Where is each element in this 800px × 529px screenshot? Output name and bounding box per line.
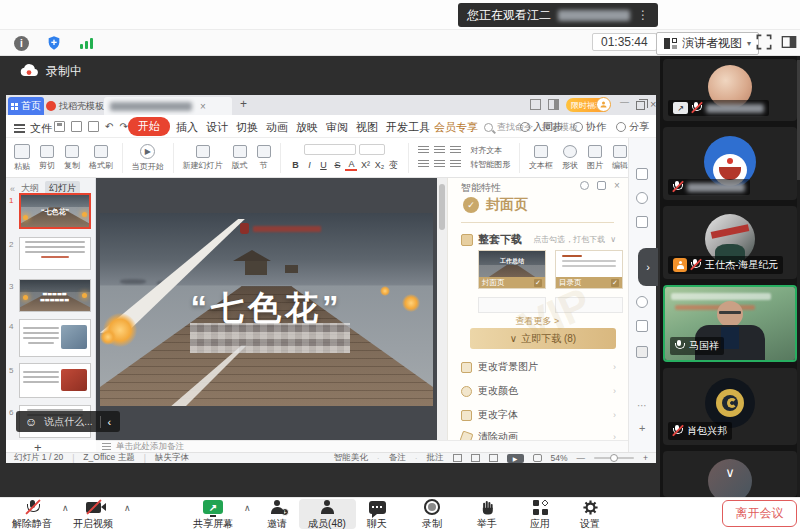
section-button[interactable]: 节	[257, 145, 271, 171]
change-font-item[interactable]: 更改字体›	[461, 406, 616, 424]
pane-close-icon[interactable]: ×	[614, 180, 620, 191]
window-close-icon[interactable]: ×	[650, 98, 656, 110]
undo-icon[interactable]: ↶	[105, 121, 113, 132]
edit-button[interactable]: 编辑	[612, 145, 628, 171]
slide-thumbnail-3[interactable]: ▃▃▃▃▃▃▃▃▃▃▃	[19, 279, 91, 312]
security-shield-icon[interactable]	[46, 35, 62, 55]
wps-document-tab[interactable]: ×	[104, 97, 232, 115]
font-size-select[interactable]	[359, 144, 385, 155]
normal-view-icon[interactable]	[453, 454, 462, 462]
indent-icon[interactable]	[450, 146, 461, 155]
zoom-level[interactable]: 54%	[551, 453, 568, 463]
save-icon[interactable]	[54, 121, 65, 132]
quick-access-toolbar[interactable]: ↶ ↷	[54, 121, 128, 132]
slideshow-play-button[interactable]: ▶	[507, 454, 524, 463]
ribbon-tab-animation[interactable]: 动画	[266, 120, 288, 135]
hint-chevron-icon[interactable]: ∨	[610, 235, 616, 244]
subscript-button[interactable]: X₂	[373, 160, 385, 170]
unmute-button[interactable]: 解除静音	[4, 499, 60, 529]
canvas-scrollbar[interactable]	[437, 178, 447, 440]
fullscreen-icon[interactable]	[756, 34, 772, 54]
slide-layout-button[interactable]: 版式	[232, 145, 248, 171]
side-tools-add-icon[interactable]: +	[639, 422, 645, 434]
ribbon-tab-start[interactable]: 开始	[128, 117, 170, 136]
collapse-panel-icon[interactable]: «	[10, 184, 15, 194]
slide-thumbnail-4[interactable]	[19, 319, 91, 357]
smart-beautify-button[interactable]: 智能美化	[334, 452, 368, 464]
leave-meeting-button[interactable]: 离开会议	[722, 500, 797, 527]
template-card-cover[interactable]: 工作总结 封面页✓	[478, 250, 546, 289]
check-icon[interactable]: ✓	[534, 279, 542, 287]
superscript-button[interactable]: X²	[359, 160, 371, 170]
cut-button[interactable]: 剪切	[39, 145, 55, 171]
textbox-button[interactable]: 文本框	[529, 145, 553, 171]
side-tool-icon[interactable]	[636, 296, 648, 308]
raise-hand-button[interactable]: 举手	[459, 499, 515, 529]
scroll-more-chevron-icon[interactable]: ∨	[725, 465, 735, 480]
align-left-icon[interactable]	[418, 160, 429, 169]
wps-docer-tab[interactable]: 找稻壳模板	[46, 97, 104, 115]
side-tool-icon[interactable]	[636, 192, 648, 204]
change-color-item[interactable]: 更改颜色›	[461, 382, 616, 400]
picture-button[interactable]: 图片	[587, 145, 603, 171]
toggle-sidebar-icon[interactable]	[781, 34, 797, 54]
font-color-button[interactable]: A	[345, 159, 357, 171]
tab-list-icon[interactable]	[530, 99, 541, 110]
window-restore-icon[interactable]	[636, 101, 645, 110]
start-video-button[interactable]: 开启视频	[65, 499, 121, 529]
reading-view-icon[interactable]	[489, 454, 498, 462]
paste-button[interactable]: 粘贴	[14, 144, 30, 172]
redo-icon[interactable]: ↷	[119, 121, 127, 132]
ribbon-tab-review[interactable]: 审阅	[326, 120, 348, 135]
members-button[interactable]: 成员(48)	[299, 499, 355, 529]
network-signal-icon[interactable]	[80, 37, 93, 49]
check-icon[interactable]: ✓	[611, 279, 619, 287]
shape-button[interactable]: 形状	[562, 145, 578, 171]
slide-thumbnail-1[interactable]: “七色花”	[19, 193, 91, 229]
note-button[interactable]: 备注	[389, 452, 406, 464]
align-text-button[interactable]: 对齐文本	[470, 145, 502, 156]
ribbon-tab-member[interactable]: 会员专享	[434, 120, 478, 135]
tab-close-icon[interactable]: ×	[200, 101, 206, 112]
zoom-out-icon[interactable]: —	[577, 453, 586, 463]
slide-thumbnail-2[interactable]	[19, 237, 91, 270]
ribbon-tab-design[interactable]: 设计	[206, 120, 228, 135]
file-menu[interactable]: 文件	[14, 121, 52, 136]
pane-pin-icon[interactable]	[597, 181, 606, 190]
participant-tile-5[interactable]: 肖包兴邦	[663, 368, 797, 445]
share-screen-button[interactable]: ↗ 共享屏幕	[185, 499, 241, 529]
align-center-icon[interactable]	[434, 160, 445, 169]
side-tool-icon[interactable]	[636, 216, 648, 228]
emoji-icon[interactable]: ☺	[25, 415, 37, 429]
wps-home-tab[interactable]: 首页	[8, 97, 44, 115]
ribbon-tab-slideshow[interactable]: 放映	[296, 120, 318, 135]
zoom-in-icon[interactable]: +	[643, 453, 648, 463]
line-spacing-icon[interactable]	[450, 160, 461, 169]
ribbon-tab-view[interactable]: 视图	[356, 120, 378, 135]
notes-bar[interactable]: 单击此处添加备注	[96, 440, 628, 452]
number-list-icon[interactable]	[434, 146, 445, 155]
pane-settings-icon[interactable]	[580, 181, 589, 190]
side-tools-more-icon[interactable]: ⋯	[637, 400, 647, 411]
participant-tile-2[interactable]	[663, 127, 797, 200]
sorter-view-icon[interactable]	[471, 454, 480, 462]
side-tool-icon[interactable]	[636, 168, 648, 180]
new-slide-button[interactable]: 新建幻灯片	[183, 145, 223, 171]
participant-tile-3[interactable]: 王仕杰-海星纪元	[663, 206, 797, 279]
wps-promo-pill[interactable]: 限时福利	[566, 98, 610, 112]
sync-button[interactable]: 入同步	[520, 120, 563, 134]
text-effects-button[interactable]: 变	[387, 159, 399, 172]
participant-tile-6-partial[interactable]: ∨	[663, 451, 797, 497]
side-tool-icon-active[interactable]	[636, 346, 648, 358]
ribbon-tab-transition[interactable]: 切换	[236, 120, 258, 135]
copy-button[interactable]: 复制	[64, 145, 80, 171]
missing-font-warning[interactable]: 缺失字体	[155, 452, 189, 464]
zoom-slider[interactable]	[594, 457, 634, 459]
tab-split-icon[interactable]	[548, 99, 559, 110]
participant-tile-4-speaking[interactable]: 马国祥	[663, 285, 797, 362]
underline-button[interactable]: U	[317, 160, 329, 170]
zoom-knob[interactable]	[610, 454, 618, 462]
convert-smartart-button[interactable]: 转智能图形	[470, 159, 510, 170]
comment-button[interactable]: 批注	[427, 452, 444, 464]
play-from-current-button[interactable]: ▶当页开始	[132, 144, 164, 172]
